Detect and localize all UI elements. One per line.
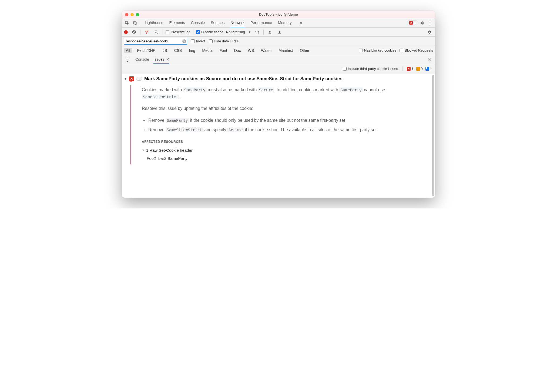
- has-blocked-cookies-input[interactable]: [359, 49, 363, 52]
- main-tabs: Lighthouse Elements Console Sources Netw…: [145, 18, 407, 27]
- issues-toolbar: Include third-party cookie issues ✕ 1 ! …: [122, 64, 435, 73]
- device-toolbar-icon[interactable]: [132, 19, 139, 26]
- tab-performance[interactable]: Performance: [250, 18, 272, 27]
- type-ws[interactable]: WS: [246, 48, 256, 53]
- blocked-requests-input[interactable]: [400, 49, 403, 52]
- clear-input-icon[interactable]: ✕: [182, 39, 186, 43]
- raw-header-label: 1 Raw Set-Cookie header: [146, 147, 193, 154]
- issue-header[interactable]: ▼ ✕ 1 Mark SameParty cookies as Secure a…: [124, 76, 430, 82]
- divider: [402, 66, 402, 71]
- tab-console[interactable]: Console: [191, 18, 205, 27]
- include-third-party-checkbox[interactable]: Include third-party cookie issues: [343, 67, 398, 71]
- expand-triangle-icon: ▼: [142, 148, 145, 153]
- tab-memory[interactable]: Memory: [278, 18, 292, 27]
- resource-type-filter: All Fetch/XHR JS CSS Img Media Font Doc …: [122, 46, 435, 55]
- devtools-window: DevTools - jec.fyi/demo Lighthouse Eleme…: [122, 11, 435, 198]
- issue-description-1: Cookies marked with SameParty must also …: [142, 86, 422, 100]
- issue-count-pill: 1: [136, 77, 142, 81]
- divider: [263, 30, 264, 35]
- hide-data-urls-label: Hide data URLs: [214, 39, 239, 43]
- info-icon: ▘: [425, 67, 429, 71]
- inspect-element-icon[interactable]: [123, 19, 130, 26]
- preserve-log-checkbox[interactable]: Preserve log: [166, 30, 190, 34]
- filter-input[interactable]: [124, 39, 187, 43]
- invert-input[interactable]: [191, 39, 195, 43]
- invert-label: Invert: [196, 39, 205, 43]
- type-doc[interactable]: Doc: [232, 48, 243, 53]
- tab-network[interactable]: Network: [231, 18, 244, 27]
- throttling-select[interactable]: No throttling ▼: [226, 30, 251, 34]
- type-media[interactable]: Media: [200, 48, 214, 53]
- disable-cache-input[interactable]: [196, 30, 200, 34]
- close-drawer-icon[interactable]: ✕: [427, 57, 433, 63]
- titlebar: DevTools - jec.fyi/demo: [122, 11, 435, 18]
- type-fetch-xhr[interactable]: Fetch/XHR: [135, 48, 157, 53]
- tab-elements[interactable]: Elements: [169, 18, 185, 27]
- filter-bar: ✕ Invert Hide data URLs: [122, 37, 435, 46]
- divider: [140, 21, 140, 25]
- error-issues-count[interactable]: ✕ 1: [407, 67, 413, 71]
- type-img[interactable]: Img: [187, 48, 197, 53]
- type-all[interactable]: All: [124, 48, 132, 53]
- type-js[interactable]: JS: [161, 48, 169, 53]
- window-title: DevTools - jec.fyi/demo: [122, 12, 435, 16]
- include-third-party-input[interactable]: [343, 67, 347, 71]
- divider: [163, 30, 163, 35]
- close-tab-icon[interactable]: ✕: [166, 57, 169, 62]
- issue-description-2: Resolve this issue by updating the attri…: [142, 105, 422, 112]
- network-settings-gear-icon[interactable]: [426, 29, 433, 36]
- filter-input-wrap[interactable]: ✕: [124, 38, 187, 45]
- network-toolbar: Preserve log Disable cache No throttling…: [122, 28, 435, 37]
- network-conditions-icon[interactable]: [254, 29, 261, 36]
- search-icon[interactable]: [153, 29, 160, 36]
- upload-har-icon[interactable]: [266, 29, 273, 36]
- info-count-value: 1: [430, 67, 432, 71]
- main-toolbar: Lighthouse Elements Console Sources Netw…: [122, 18, 435, 28]
- download-har-icon[interactable]: [276, 29, 283, 36]
- raw-header-toggle[interactable]: ▼ 1 Raw Set-Cookie header: [142, 147, 422, 154]
- issue-bullet-1: → Remove SameParty if the cookie should …: [142, 117, 422, 124]
- has-blocked-cookies-label: Has blocked cookies: [364, 48, 396, 52]
- svg-point-4: [155, 31, 157, 33]
- error-icon: ✕: [407, 67, 411, 71]
- has-blocked-cookies-checkbox[interactable]: Has blocked cookies: [359, 48, 396, 52]
- clear-icon[interactable]: [130, 29, 137, 36]
- more-tabs-icon[interactable]: »: [298, 19, 305, 26]
- info-issues-count[interactable]: ▘ 1: [425, 67, 432, 71]
- hide-data-urls-input[interactable]: [209, 39, 213, 43]
- warning-icon: !: [416, 67, 420, 71]
- record-button[interactable]: [124, 30, 128, 34]
- type-manifest[interactable]: Manifest: [277, 48, 295, 53]
- settings-gear-icon[interactable]: [418, 19, 425, 26]
- tab-lighthouse[interactable]: Lighthouse: [145, 18, 163, 27]
- type-other[interactable]: Other: [298, 48, 311, 53]
- affected-resources-heading: Affected Resources: [142, 139, 422, 144]
- hide-data-urls-checkbox[interactable]: Hide data URLs: [209, 39, 239, 43]
- warning-issues-count[interactable]: ! 0: [416, 67, 423, 71]
- kebab-menu-icon[interactable]: ⋮: [427, 19, 434, 26]
- type-font[interactable]: Font: [218, 48, 229, 53]
- blocked-requests-checkbox[interactable]: Blocked Requests: [400, 48, 433, 52]
- filter-funnel-icon[interactable]: [143, 29, 150, 36]
- type-css[interactable]: CSS: [172, 48, 184, 53]
- drawer-tab-issues[interactable]: Issues ✕: [153, 55, 169, 64]
- drawer-kebab-icon[interactable]: ⋮: [124, 56, 131, 63]
- disable-cache-checkbox[interactable]: Disable cache: [196, 30, 223, 34]
- error-count-badge[interactable]: ✕ 1: [408, 21, 417, 25]
- chevron-down-icon: ▼: [248, 31, 251, 33]
- arrow-icon: →: [142, 126, 146, 133]
- warning-count-value: 0: [421, 67, 423, 71]
- svg-rect-2: [135, 22, 136, 25]
- type-wasm[interactable]: Wasm: [259, 48, 273, 53]
- preserve-log-input[interactable]: [166, 30, 169, 34]
- issue-bullet-2: → Remove SameSite=Strict and specify Sec…: [142, 126, 422, 133]
- divider: [193, 30, 193, 35]
- issues-panel: ▼ ✕ 1 Mark SameParty cookies as Secure a…: [122, 73, 435, 198]
- expand-triangle-icon[interactable]: ▼: [124, 77, 127, 80]
- issue-content: Cookies marked with SameParty must also …: [130, 85, 430, 164]
- tab-sources[interactable]: Sources: [211, 18, 224, 27]
- error-icon: ✕: [409, 21, 413, 25]
- include-third-party-label: Include third-party cookie issues: [348, 67, 398, 71]
- invert-checkbox[interactable]: Invert: [191, 39, 205, 43]
- drawer-tab-console[interactable]: Console: [135, 55, 149, 64]
